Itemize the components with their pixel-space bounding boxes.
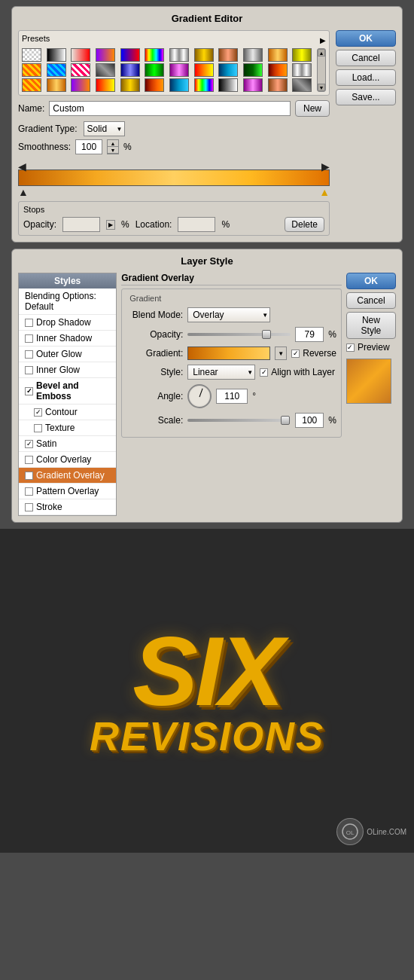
preset-swatch[interactable] [292,48,312,62]
preset-swatch[interactable] [292,78,312,92]
inner-glow-checkbox[interactable] [25,366,33,374]
scale-slider[interactable] [187,419,291,422]
stop-marker-top-left-icon[interactable]: ◀ [18,160,26,172]
preset-swatch[interactable] [120,48,140,62]
gradient-type-select[interactable]: Solid Noise [84,121,125,136]
ls-new-style-button[interactable]: New Style [346,312,396,339]
blend-mode-select[interactable]: Overlay Normal Multiply [187,307,270,322]
preset-swatch[interactable] [268,78,288,92]
smoothness-up-icon[interactable]: ▲ [108,140,118,147]
load-button[interactable]: Load... [336,69,396,86]
preset-swatch[interactable] [145,48,164,62]
preset-swatch[interactable] [194,63,214,77]
preset-swatch[interactable] [218,78,238,92]
preset-swatch[interactable] [218,63,238,77]
smoothness-down-icon[interactable]: ▼ [108,147,118,154]
preset-swatch[interactable] [243,63,263,77]
gradient-dropdown-icon[interactable]: ▼ [275,347,287,360]
pattern-overlay-checkbox[interactable] [25,487,33,496]
name-input[interactable] [49,101,291,116]
sidebar-item-pattern-overlay[interactable]: Pattern Overlay [19,484,116,499]
preset-swatch[interactable] [292,63,312,77]
preset-swatch[interactable] [169,48,189,62]
preset-swatch[interactable] [96,48,115,62]
presets-scrollbar[interactable]: ▲ ▼ [317,48,326,92]
drop-shadow-checkbox[interactable] [25,319,33,327]
gradient-bar[interactable] [18,169,330,186]
preset-swatch[interactable] [194,78,214,92]
presets-arrow-icon[interactable]: ▶ [320,36,326,44]
location-stop-input[interactable] [178,217,215,232]
preset-swatch[interactable] [22,63,41,77]
preset-swatch[interactable] [194,48,214,62]
preset-swatch[interactable] [268,63,288,77]
preset-swatch[interactable] [96,63,115,77]
stop-marker-top-right-icon[interactable]: ▶ [321,160,330,172]
preset-swatch[interactable] [120,78,140,92]
ls-ok-button[interactable]: OK [346,273,396,289]
sidebar-item-stroke[interactable]: Stroke [19,499,116,515]
sidebar-item-color-overlay[interactable]: Color Overlay [19,452,116,468]
style-select-wrapper[interactable]: Linear Radial Angle [187,365,255,380]
gradient-overlay-checkbox[interactable] [25,472,33,480]
smoothness-stepper[interactable]: ▲ ▼ [107,139,119,154]
gradient-swatch[interactable] [187,347,270,360]
ok-button[interactable]: OK [336,30,396,47]
outer-glow-checkbox[interactable] [25,350,33,359]
smoothness-input[interactable] [75,139,102,154]
preset-swatch[interactable] [145,78,164,92]
angle-input[interactable] [216,389,248,404]
sidebar-item-bevel-emboss[interactable]: Bevel and Emboss [19,378,116,405]
gradient-type-select-wrapper[interactable]: Solid Noise [84,121,125,136]
preset-swatch[interactable] [145,63,164,77]
inner-shadow-checkbox[interactable] [25,334,33,343]
sidebar-item-texture[interactable]: Texture [19,420,116,436]
sidebar-item-gradient-overlay[interactable]: Gradient Overlay [19,468,116,484]
new-button[interactable]: New [295,100,330,117]
opacity-slider[interactable] [187,333,291,336]
stop-marker-bottom-right-icon[interactable]: ▲ [319,186,330,198]
scroll-up-icon[interactable]: ▲ [318,49,325,56]
sidebar-item-drop-shadow[interactable]: Drop Shadow [19,315,116,331]
sidebar-item-blending-options[interactable]: Blending Options: Default [19,289,116,315]
sidebar-item-outer-glow[interactable]: Outer Glow [19,347,116,362]
texture-checkbox[interactable] [34,424,42,432]
preset-swatch[interactable] [71,63,90,77]
preset-swatch[interactable] [243,78,263,92]
preset-swatch[interactable] [47,78,66,92]
preset-swatch[interactable] [169,78,189,92]
delete-stop-button[interactable]: Delete [285,217,324,232]
opacity-slider-thumb[interactable] [262,330,271,339]
opacity-stepper-icon[interactable]: ▶ [106,220,115,230]
scale-input[interactable] [295,413,324,428]
preset-swatch[interactable] [47,63,66,77]
preset-swatch[interactable] [22,78,41,92]
preset-swatch[interactable] [47,48,66,62]
save-button[interactable]: Save... [336,89,396,105]
style-select[interactable]: Linear Radial Angle [187,365,255,380]
align-checkbox[interactable] [260,368,268,377]
color-overlay-checkbox[interactable] [25,456,33,464]
sidebar-item-contour[interactable]: Contour [19,405,116,420]
satin-checkbox[interactable] [25,440,33,448]
ls-cancel-button[interactable]: Cancel [346,292,396,309]
opacity-stop-input[interactable] [62,217,100,232]
reverse-checkbox[interactable] [291,350,300,358]
opacity-input[interactable] [295,327,324,342]
stop-marker-bottom-left-icon[interactable]: ▲ [18,186,29,198]
preset-swatch[interactable] [268,48,288,62]
preset-swatch[interactable] [243,48,263,62]
stroke-checkbox[interactable] [25,503,33,511]
preset-swatch[interactable] [22,48,41,62]
cancel-button[interactable]: Cancel [336,50,396,66]
scroll-down-icon[interactable]: ▼ [318,84,325,91]
preset-swatch[interactable] [71,78,90,92]
sidebar-item-inner-glow[interactable]: Inner Glow [19,362,116,378]
preset-swatch[interactable] [169,63,189,77]
blend-mode-select-wrapper[interactable]: Overlay Normal Multiply [187,307,270,322]
preset-swatch[interactable] [120,63,140,77]
preset-swatch[interactable] [218,48,238,62]
bevel-emboss-checkbox[interactable] [25,387,33,395]
scale-slider-thumb[interactable] [281,416,290,425]
sidebar-item-satin[interactable]: Satin [19,436,116,452]
